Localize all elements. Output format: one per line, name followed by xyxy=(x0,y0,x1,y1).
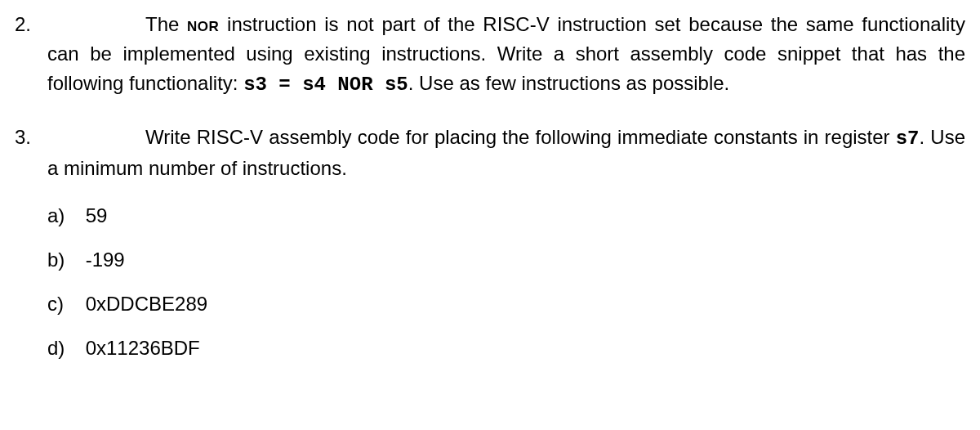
item-value: 59 xyxy=(86,204,108,226)
item-value: 0x11236BDF xyxy=(86,337,200,359)
question-3: 3. Write RISC-V assembly code for placin… xyxy=(15,123,965,378)
question-number: 2. xyxy=(15,10,47,100)
item-label: d) xyxy=(47,334,80,363)
text-lead: The xyxy=(145,13,187,35)
register-name: s7 xyxy=(896,128,920,150)
question-text: The nor instruction is not part of the R… xyxy=(47,10,965,100)
item-value: -199 xyxy=(86,249,125,271)
text-lead: Write RISC-V assembly code for placing t… xyxy=(145,126,896,148)
nor-keyword: nor xyxy=(187,13,219,35)
item-value: 0xDDCBE289 xyxy=(86,293,207,315)
item-label: b) xyxy=(47,245,80,275)
sub-list: a) 59 b) -199 c) 0xDDCBE289 d) 0x11236BD… xyxy=(47,201,965,363)
question-text: Write RISC-V assembly code for placing t… xyxy=(47,123,965,183)
question-number: 3. xyxy=(15,123,47,378)
question-2: 2. The nor instruction is not part of th… xyxy=(15,10,965,100)
code-snippet: s3 = s4 NOR s5 xyxy=(243,74,408,96)
question-body: The nor instruction is not part of the R… xyxy=(47,10,965,100)
item-label: c) xyxy=(47,289,80,319)
item-label: a) xyxy=(47,201,80,231)
list-item: c) 0xDDCBE289 xyxy=(47,289,965,319)
list-item: d) 0x11236BDF xyxy=(47,334,965,363)
list-item: a) 59 xyxy=(47,201,965,231)
text-mid2: . Use as few instructions as possible. xyxy=(408,72,730,94)
list-item: b) -199 xyxy=(47,245,965,275)
question-body: Write RISC-V assembly code for placing t… xyxy=(47,123,965,378)
